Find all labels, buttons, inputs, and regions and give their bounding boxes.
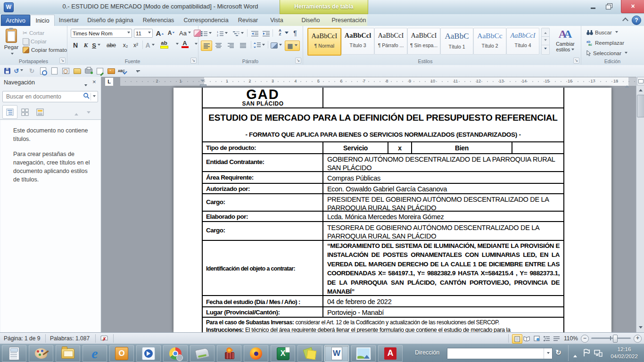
taskbar-word-button[interactable]: W xyxy=(324,345,349,362)
borders-button[interactable]: ▦ xyxy=(285,41,300,51)
attachment-button[interactable] xyxy=(61,66,70,75)
justify-button[interactable] xyxy=(238,41,248,50)
address-go-icon[interactable]: ↻ xyxy=(555,348,561,357)
view-web-layout-button[interactable] xyxy=(532,334,541,343)
tab-revisar[interactable]: Revisar xyxy=(233,15,263,26)
multilevel-list-button[interactable] xyxy=(233,29,244,38)
parrafo-dialog-launcher[interactable]: ↘ xyxy=(295,58,301,64)
left-indent-marker[interactable] xyxy=(200,84,206,87)
highlight-dropdown[interactable] xyxy=(172,40,181,49)
tab-correspondencia[interactable]: Correspondencia xyxy=(180,15,232,26)
taskbar-sticky-notes-button[interactable] xyxy=(297,345,322,362)
tray-flag-icon[interactable] xyxy=(583,349,590,359)
zoom-slider-track[interactable] xyxy=(591,337,631,339)
underline-button[interactable]: S xyxy=(91,41,101,50)
nav-tab-pages[interactable] xyxy=(17,105,33,119)
tab-insertar[interactable]: Insertar xyxy=(55,15,83,26)
subscript-button[interactable]: x₂ xyxy=(121,41,130,50)
taskbar-clock[interactable]: 12:16 04/02/2022 xyxy=(607,346,641,360)
search-icon[interactable] xyxy=(83,92,90,101)
font-size-combo[interactable]: 11 xyxy=(134,29,153,38)
style-parrafo[interactable]: AaBbCcI ¶ Párrafo ... xyxy=(374,28,407,55)
zoom-level[interactable]: 110% xyxy=(564,335,578,342)
tab-diseno-tabla[interactable]: Diseño xyxy=(296,15,325,26)
select-button[interactable]: Seleccionar xyxy=(586,50,627,56)
print-preview-button[interactable] xyxy=(39,66,48,75)
shrink-font-button[interactable]: A xyxy=(167,28,176,38)
search-input[interactable] xyxy=(3,93,83,100)
right-indent-marker[interactable] xyxy=(625,81,629,90)
scroll-up-icon[interactable] xyxy=(637,85,644,93)
folder-special-button[interactable]: * xyxy=(107,66,116,75)
quick-print-button[interactable] xyxy=(84,66,93,75)
italic-button[interactable]: K xyxy=(81,41,91,50)
horizontal-ruler[interactable]: 21123456789101112131415161718 xyxy=(120,77,636,86)
page-indicator[interactable]: Página: 1 de 9 xyxy=(4,335,40,342)
address-combo-box[interactable] xyxy=(447,348,553,359)
undo-button[interactable]: ↺ xyxy=(14,66,23,75)
zoom-in-button[interactable]: + xyxy=(634,335,642,343)
collapse-ribbon-button[interactable] xyxy=(621,16,629,23)
view-print-layout-button[interactable] xyxy=(512,334,522,344)
font-name-combo[interactable]: Times New Rom xyxy=(71,29,132,38)
view-outline-button[interactable] xyxy=(542,334,551,343)
style-titulo-2[interactable]: AaBbCc Título 2 xyxy=(473,28,506,55)
format-painter-button[interactable]: Copiar formato xyxy=(23,47,67,53)
tab-presentacion-tabla[interactable]: Presentación xyxy=(327,15,371,26)
style-titulo-3[interactable]: AaBbCcl Título 3 xyxy=(341,28,374,55)
new-document-button[interactable] xyxy=(50,66,59,75)
strikethrough-button[interactable]: abe xyxy=(107,41,116,50)
close-button[interactable]: × xyxy=(621,0,644,13)
taskbar-scanner-button[interactable] xyxy=(190,345,215,362)
restore-button[interactable] xyxy=(602,2,615,12)
shading-button[interactable] xyxy=(271,41,282,50)
paste-button[interactable]: Pegar xyxy=(2,28,21,57)
change-case-button[interactable]: Aa xyxy=(179,28,191,38)
taskbar-media-player-button[interactable] xyxy=(136,345,161,362)
taskbar-calculator-button[interactable] xyxy=(2,345,26,362)
decrease-indent-button[interactable] xyxy=(250,29,259,38)
minimize-button[interactable] xyxy=(586,2,600,12)
taskbar-paint-button[interactable] xyxy=(29,345,53,362)
address-dropdown[interactable] xyxy=(544,348,552,359)
tab-vista[interactable]: Vista xyxy=(264,15,289,26)
tab-diseno-de-pagina[interactable]: Diseño de página xyxy=(84,15,137,26)
taskbar-outlook-button[interactable]: O xyxy=(109,345,134,362)
scroll-down-icon[interactable] xyxy=(637,324,644,332)
search-options-dropdown[interactable] xyxy=(93,95,96,99)
cut-button[interactable]: ✂ Cortar xyxy=(23,30,44,36)
bullets-button[interactable] xyxy=(201,29,212,38)
line-spacing-button[interactable] xyxy=(254,41,265,50)
zoom-slider-thumb[interactable] xyxy=(613,335,618,343)
style-normal[interactable]: AaBbCcI ¶ Normal xyxy=(307,28,341,56)
address-input[interactable] xyxy=(447,348,544,359)
style-sin-espaciado[interactable]: AaBbCcI ¶ Sin espa... xyxy=(407,28,440,55)
align-right-button[interactable] xyxy=(225,41,236,50)
show-marks-button[interactable]: ¶ xyxy=(290,28,300,38)
ruler-toggle-button[interactable] xyxy=(637,77,644,85)
tab-archivo[interactable]: Archivo xyxy=(1,15,30,26)
qat-overflow-button[interactable] xyxy=(133,66,142,75)
edit-table-button[interactable] xyxy=(95,66,104,75)
grow-font-button[interactable]: A xyxy=(156,28,165,38)
help-icon[interactable]: ? xyxy=(632,16,641,25)
save-button[interactable] xyxy=(3,66,12,75)
vertical-scrollbar[interactable] xyxy=(636,77,644,332)
taskbar-photo-viewer-button[interactable] xyxy=(351,345,376,362)
redo-button[interactable]: ↻ xyxy=(27,66,36,75)
styles-scroll-down[interactable] xyxy=(542,37,549,45)
tray-network-icon[interactable] xyxy=(594,350,603,359)
tab-referencias[interactable]: Referencias xyxy=(138,15,179,26)
taskbar-autocad-button[interactable]: A xyxy=(378,345,403,362)
styles-gallery-more[interactable] xyxy=(542,45,549,53)
style-titulo-1[interactable]: AaBbC Título 1 xyxy=(440,28,473,55)
nav-next-button[interactable] xyxy=(87,109,91,117)
increase-indent-button[interactable] xyxy=(261,29,271,38)
nav-previous-button[interactable] xyxy=(74,109,78,117)
tab-selector[interactable]: L xyxy=(105,77,114,86)
copy-button[interactable]: Copiar xyxy=(23,38,47,45)
view-draft-button[interactable] xyxy=(552,334,561,343)
tray-expand-icon[interactable] xyxy=(573,351,577,359)
align-center-button[interactable] xyxy=(213,41,223,50)
scrollbar-thumb[interactable] xyxy=(637,95,644,117)
